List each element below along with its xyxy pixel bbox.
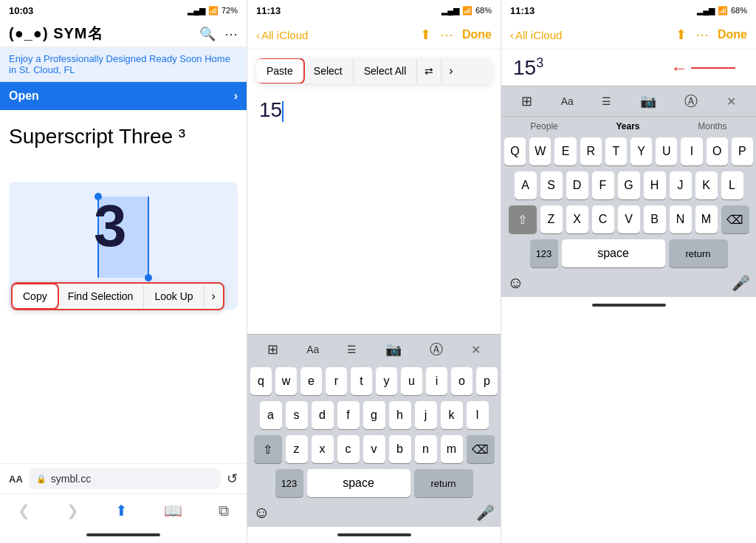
key-U[interactable]: U bbox=[656, 137, 677, 165]
camera-tool-right[interactable]: 📷 bbox=[637, 92, 659, 111]
return-key-middle[interactable]: return bbox=[414, 469, 473, 497]
key-E[interactable]: E bbox=[554, 137, 576, 165]
note-content-middle[interactable]: 15 bbox=[247, 92, 501, 334]
key-I[interactable]: I bbox=[681, 137, 702, 165]
mic-key-right[interactable]: 🎤 bbox=[732, 274, 750, 292]
key-A[interactable]: A bbox=[515, 171, 537, 199]
key-o[interactable]: o bbox=[451, 367, 472, 395]
key-L[interactable]: L bbox=[721, 171, 743, 199]
autocorrect-icon[interactable]: ⇄ bbox=[417, 59, 441, 83]
delete-key-right[interactable]: ⌫ bbox=[721, 205, 749, 233]
close-tool-right[interactable]: ✕ bbox=[724, 93, 739, 110]
key-H[interactable]: H bbox=[644, 171, 666, 199]
key-e[interactable]: e bbox=[300, 367, 322, 395]
key-M[interactable]: M bbox=[695, 205, 718, 233]
more-button-left[interactable]: › bbox=[205, 284, 223, 309]
back-button-right[interactable]: ‹ All iCloud bbox=[510, 29, 562, 41]
more-icon[interactable]: ⋯ bbox=[224, 26, 238, 42]
key-t[interactable]: t bbox=[351, 367, 372, 395]
back-button-middle[interactable]: ‹ All iCloud bbox=[256, 29, 308, 41]
cat-people[interactable]: People bbox=[530, 121, 557, 132]
key-g[interactable]: g bbox=[363, 401, 385, 429]
scribble-tool[interactable]: Ⓐ bbox=[427, 339, 446, 360]
select-button[interactable]: Select bbox=[303, 59, 354, 83]
key-O[interactable]: O bbox=[707, 137, 728, 165]
list-tool[interactable]: ☰ bbox=[344, 342, 360, 357]
key-h[interactable]: h bbox=[389, 401, 411, 429]
key-C[interactable]: C bbox=[592, 205, 614, 233]
more-context-middle[interactable]: › bbox=[441, 58, 460, 83]
more-icon-middle[interactable]: ⋯ bbox=[440, 27, 453, 43]
key-N[interactable]: N bbox=[670, 205, 692, 233]
shift-key-middle[interactable]: ⇧ bbox=[254, 435, 282, 463]
key-d[interactable]: d bbox=[312, 401, 334, 429]
key-T[interactable]: T bbox=[605, 137, 627, 165]
key-b[interactable]: b bbox=[389, 435, 411, 463]
back-nav-icon[interactable]: ❮ bbox=[12, 499, 36, 522]
key-m[interactable]: m bbox=[441, 435, 463, 463]
space-key-middle[interactable]: space bbox=[307, 469, 410, 497]
key-Z[interactable]: Z bbox=[540, 205, 563, 233]
key-D[interactable]: D bbox=[566, 171, 588, 199]
scribble-tool-right[interactable]: Ⓐ bbox=[681, 91, 701, 112]
key-R[interactable]: R bbox=[580, 137, 602, 165]
key-s[interactable]: s bbox=[286, 401, 308, 429]
font-tool-right[interactable]: Aa bbox=[558, 94, 577, 109]
key-w[interactable]: w bbox=[275, 367, 297, 395]
cat-years[interactable]: Years bbox=[616, 121, 639, 132]
key-j[interactable]: j bbox=[415, 401, 437, 429]
note-content-right[interactable]: 153 bbox=[513, 55, 662, 80]
key-k[interactable]: k bbox=[441, 401, 463, 429]
more-icon-right[interactable]: ⋯ bbox=[695, 27, 709, 43]
key-n[interactable]: n bbox=[415, 435, 437, 463]
cat-months[interactable]: Months bbox=[698, 121, 726, 132]
key-J[interactable]: J bbox=[670, 171, 692, 199]
key-u[interactable]: u bbox=[401, 367, 422, 395]
select-all-button[interactable]: Select All bbox=[354, 59, 418, 83]
mic-key-middle[interactable]: 🎤 bbox=[476, 504, 495, 522]
key-i[interactable]: i bbox=[426, 367, 447, 395]
key-f[interactable]: f bbox=[337, 401, 360, 429]
key-c[interactable]: c bbox=[337, 435, 360, 463]
key-W[interactable]: W bbox=[529, 137, 551, 165]
tabs-nav-icon[interactable]: ⧉ bbox=[213, 499, 235, 522]
key-x[interactable]: x bbox=[312, 435, 334, 463]
key-V[interactable]: V bbox=[618, 205, 640, 233]
key-Y[interactable]: Y bbox=[630, 137, 652, 165]
close-tool[interactable]: ✕ bbox=[468, 341, 484, 358]
key-B[interactable]: B bbox=[644, 205, 666, 233]
open-button[interactable]: Open › bbox=[0, 82, 247, 110]
delete-key-middle[interactable]: ⌫ bbox=[467, 435, 495, 463]
space-key-right[interactable]: space bbox=[562, 239, 665, 267]
copy-button[interactable]: Copy bbox=[11, 283, 59, 310]
url-aa[interactable]: AA bbox=[9, 474, 23, 485]
key-p[interactable]: p bbox=[476, 367, 498, 395]
forward-nav-icon[interactable]: ❯ bbox=[61, 499, 85, 522]
key-F[interactable]: F bbox=[592, 171, 614, 199]
key-P[interactable]: P bbox=[732, 137, 753, 165]
list-tool-right[interactable]: ☰ bbox=[599, 94, 614, 109]
look-up-button[interactable]: Look Up bbox=[144, 284, 204, 308]
reload-icon[interactable]: ↺ bbox=[227, 471, 238, 487]
find-selection-button[interactable]: Find Selection bbox=[58, 284, 145, 308]
camera-tool[interactable]: 📷 bbox=[382, 340, 405, 359]
url-bar[interactable]: 🔒 symbl.cc bbox=[29, 468, 221, 489]
numbers-key-right[interactable]: 123 bbox=[530, 239, 558, 267]
key-K[interactable]: K bbox=[695, 171, 718, 199]
caps-key-right[interactable]: ⇧ bbox=[509, 205, 537, 233]
font-tool[interactable]: Aa bbox=[303, 342, 322, 357]
key-l[interactable]: l bbox=[467, 401, 489, 429]
share-icon-right[interactable]: ⬆ bbox=[676, 27, 687, 43]
emoji-key-middle[interactable]: ☺ bbox=[253, 503, 269, 522]
key-Q[interactable]: Q bbox=[504, 137, 526, 165]
key-G[interactable]: G bbox=[618, 171, 640, 199]
bookmarks-nav-icon[interactable]: 📖 bbox=[158, 499, 188, 522]
done-button-right[interactable]: Done bbox=[718, 28, 747, 41]
key-r[interactable]: r bbox=[326, 367, 347, 395]
emoji-key-right[interactable]: ☺ bbox=[507, 273, 523, 293]
key-X[interactable]: X bbox=[566, 205, 588, 233]
paste-button[interactable]: Paste bbox=[256, 58, 305, 83]
share-nav-icon[interactable]: ⬆ bbox=[109, 499, 134, 522]
done-button-middle[interactable]: Done bbox=[462, 28, 492, 41]
key-y[interactable]: y bbox=[376, 367, 397, 395]
